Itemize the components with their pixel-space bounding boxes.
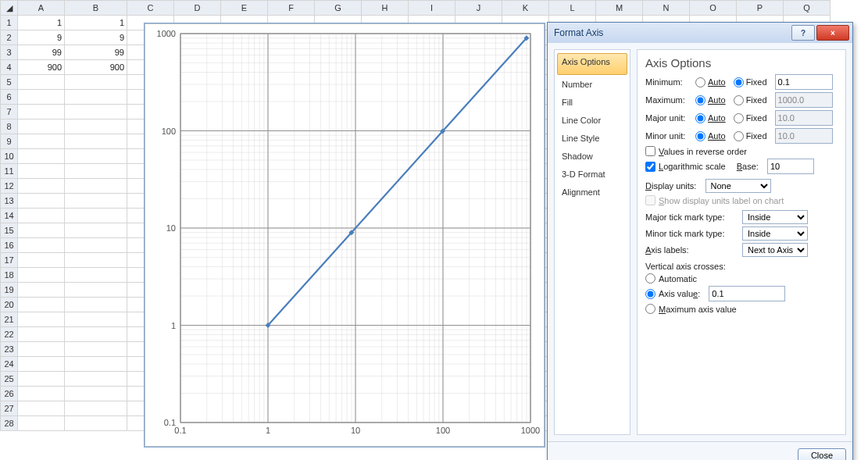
col-header-H[interactable]: H — [362, 1, 409, 16]
row-header-27[interactable]: 27 — [1, 401, 18, 416]
cell-A7[interactable] — [18, 105, 65, 119]
cell-B23[interactable] — [65, 342, 127, 357]
cell-B10[interactable] — [65, 149, 127, 164]
nav-line-style[interactable]: Line Style — [557, 130, 627, 147]
major-fixed-radio[interactable]: Fixed — [734, 113, 767, 123]
row-header-28[interactable]: 28 — [1, 416, 18, 431]
dialog-titlebar[interactable]: Format Axis ? × — [548, 23, 852, 43]
crosses-maximum-radio[interactable]: Maximum axis value — [645, 304, 838, 314]
cell-A15[interactable] — [18, 223, 65, 238]
cell-A3[interactable]: 99 — [18, 45, 65, 60]
row-header-23[interactable]: 23 — [1, 342, 18, 357]
col-header-B[interactable]: B — [65, 1, 127, 16]
row-header-12[interactable]: 12 — [1, 179, 18, 194]
log-base-input[interactable] — [767, 159, 814, 174]
col-header-D[interactable]: D — [174, 1, 221, 16]
cell-B16[interactable] — [65, 238, 127, 253]
maximum-fixed-radio[interactable]: Fixed — [734, 95, 767, 105]
cell-B6[interactable] — [65, 90, 127, 105]
row-header-9[interactable]: 9 — [1, 134, 18, 149]
cell-A14[interactable] — [18, 209, 65, 223]
cell-A9[interactable] — [18, 134, 65, 149]
nav-fill[interactable]: Fill — [557, 94, 627, 111]
cell-B27[interactable] — [65, 401, 127, 416]
close-button[interactable]: Close — [798, 448, 846, 460]
col-header-K[interactable]: K — [502, 1, 549, 16]
cell-A27[interactable] — [18, 401, 65, 416]
cell-A5[interactable] — [18, 75, 65, 90]
cell-B28[interactable] — [65, 416, 127, 431]
cell-B21[interactable] — [65, 312, 127, 327]
cell-B22[interactable] — [65, 327, 127, 342]
cell-A16[interactable] — [18, 238, 65, 253]
cell-A4[interactable]: 900 — [18, 60, 65, 75]
log-scale-checkbox[interactable]: Logarithmic scale Base: — [645, 159, 838, 174]
crosses-automatic-radio[interactable]: Automatic — [645, 273, 838, 283]
cell-B9[interactable] — [65, 134, 127, 149]
col-header-C[interactable]: C — [127, 1, 174, 16]
col-header-Q[interactable]: Q — [784, 1, 830, 16]
cell-B8[interactable] — [65, 119, 127, 134]
row-header-11[interactable]: 11 — [1, 164, 18, 179]
nav-line-color[interactable]: Line Color — [557, 112, 627, 129]
cell-A22[interactable] — [18, 327, 65, 342]
maximum-auto-radio[interactable]: Auto — [695, 95, 726, 105]
row-header-8[interactable]: 8 — [1, 119, 18, 134]
cell-A17[interactable] — [18, 253, 65, 268]
axis-labels-select[interactable]: Next to Axis — [742, 243, 808, 257]
cell-A23[interactable] — [18, 342, 65, 357]
cell-A12[interactable] — [18, 179, 65, 194]
minimum-fixed-radio[interactable]: Fixed — [734, 77, 767, 87]
cell-A28[interactable] — [18, 416, 65, 431]
cell-A10[interactable] — [18, 149, 65, 164]
close-icon[interactable]: × — [816, 25, 849, 41]
cell-B4[interactable]: 900 — [65, 60, 127, 75]
cell-A18[interactable] — [18, 268, 65, 283]
col-header-F[interactable]: F — [268, 1, 315, 16]
cell-B19[interactable] — [65, 283, 127, 298]
minor-fixed-radio[interactable]: Fixed — [734, 131, 767, 141]
cell-B1[interactable]: 1 — [65, 16, 127, 30]
minimum-auto-radio[interactable]: Auto — [695, 77, 726, 87]
cell-B11[interactable] — [65, 164, 127, 179]
cell-B25[interactable] — [65, 372, 127, 387]
nav-axis-options[interactable]: Axis Options — [557, 53, 627, 75]
row-header-2[interactable]: 2 — [1, 30, 18, 45]
cell-B12[interactable] — [65, 179, 127, 194]
chart-area[interactable]: 0.111010010000.11101001000 — [145, 23, 545, 447]
reverse-order-checkbox[interactable]: Values in reverse order — [645, 146, 838, 156]
help-button[interactable]: ? — [791, 25, 815, 41]
cell-A19[interactable] — [18, 283, 65, 298]
row-header-13[interactable]: 13 — [1, 194, 18, 209]
cell-B7[interactable] — [65, 105, 127, 119]
select-all-corner[interactable]: ◢ — [1, 1, 18, 16]
row-header-25[interactable]: 25 — [1, 372, 18, 387]
col-header-P[interactable]: P — [737, 1, 784, 16]
cell-B18[interactable] — [65, 268, 127, 283]
minimum-input[interactable] — [775, 74, 833, 90]
cell-B13[interactable] — [65, 194, 127, 209]
col-header-O[interactable]: O — [690, 1, 737, 16]
crosses-axis-value-radio[interactable]: Axis value: — [645, 286, 838, 301]
row-header-6[interactable]: 6 — [1, 90, 18, 105]
cell-A1[interactable]: 1 — [18, 16, 65, 30]
cell-B26[interactable] — [65, 387, 127, 401]
col-header-L[interactable]: L — [549, 1, 596, 16]
minor-auto-radio[interactable]: Auto — [695, 131, 726, 141]
row-header-21[interactable]: 21 — [1, 312, 18, 327]
cell-A26[interactable] — [18, 387, 65, 401]
cell-B5[interactable] — [65, 75, 127, 90]
major-auto-radio[interactable]: Auto — [695, 113, 726, 123]
cell-B3[interactable]: 99 — [65, 45, 127, 60]
row-header-26[interactable]: 26 — [1, 387, 18, 401]
major-tick-select[interactable]: Inside — [742, 210, 808, 224]
row-header-16[interactable]: 16 — [1, 238, 18, 253]
crosses-value-input[interactable] — [709, 286, 785, 301]
row-header-24[interactable]: 24 — [1, 357, 18, 372]
row-header-5[interactable]: 5 — [1, 75, 18, 90]
cell-B15[interactable] — [65, 223, 127, 238]
col-header-M[interactable]: M — [596, 1, 643, 16]
row-header-22[interactable]: 22 — [1, 327, 18, 342]
row-header-20[interactable]: 20 — [1, 298, 18, 312]
col-header-G[interactable]: G — [315, 1, 362, 16]
